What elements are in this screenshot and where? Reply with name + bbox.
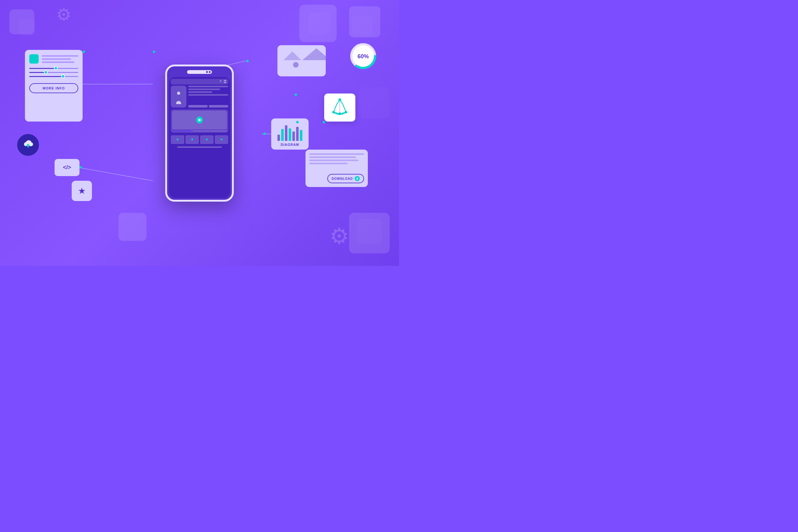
download-label: DOWNLOAD <box>332 177 353 180</box>
bar-1 <box>278 135 280 141</box>
slider-thumb-1 <box>54 66 58 70</box>
mountain-icon <box>299 58 304 63</box>
avatar-body <box>176 101 181 104</box>
gear-icon-bottom-right: ⚙ <box>329 225 349 247</box>
progress-circle-svg: 60% <box>349 42 377 70</box>
gear-icon-top-left: ⚙ <box>56 6 71 23</box>
bar-4 <box>289 128 291 141</box>
phone-progress-bar <box>172 131 227 132</box>
connection-dot-8 <box>294 94 297 96</box>
more-info-button[interactable]: MORE INFO <box>29 83 78 93</box>
diagram-label: DIAGRAM <box>281 143 299 147</box>
bar-5 <box>292 132 295 141</box>
phone-avatar <box>171 86 186 108</box>
phone-thumb-4 <box>215 135 228 144</box>
slider-thumb-2 <box>44 71 48 74</box>
svg-line-1 <box>79 168 153 181</box>
connection-dot-6 <box>296 121 299 124</box>
bg-square-6 <box>352 16 373 36</box>
slider-row-2 <box>29 72 78 73</box>
doc-header-lines <box>42 54 78 63</box>
mountain-left <box>302 48 326 60</box>
phone-profile-section <box>171 86 228 108</box>
avatar-head <box>177 92 180 95</box>
bar-6 <box>296 127 299 141</box>
phone-search-bar: 🔍 <box>171 79 228 84</box>
doc-line-2 <box>42 58 71 60</box>
phone-profile-text <box>188 86 228 108</box>
phone-text-3 <box>188 91 212 93</box>
sun-icon <box>293 62 299 68</box>
bar-3 <box>285 125 287 141</box>
phone-progress-fill <box>172 131 191 132</box>
phone-mini-btn-1 <box>188 105 208 108</box>
progress-circle-container: 60% <box>349 42 377 70</box>
bg-square-10 <box>359 87 390 118</box>
phone-button-row <box>188 105 228 108</box>
slider-fill-1 <box>29 68 56 69</box>
download-icon-circle <box>355 176 360 181</box>
download-button[interactable]: DOWNLOAD <box>327 174 364 183</box>
download-button-row: DOWNLOAD <box>309 174 364 183</box>
design-tool-card <box>324 94 355 121</box>
bar-7 <box>300 130 302 141</box>
cloud-upload-icon <box>22 140 34 150</box>
connection-dot-4 <box>246 60 249 62</box>
camera-dot-2 <box>209 71 211 73</box>
main-container: ⚙ ⚙ <box>0 0 399 266</box>
slider-row-1 <box>29 68 78 69</box>
download-card: DOWNLOAD <box>305 150 368 187</box>
phone-notch <box>187 70 212 74</box>
slider-track-3 <box>29 76 78 77</box>
svg-rect-13 <box>339 98 341 101</box>
bg-square-2 <box>19 19 36 36</box>
phone-video-card <box>171 109 228 133</box>
doc-teal-accent <box>29 54 39 63</box>
slider-fill-3 <box>29 76 63 77</box>
dl-line-2 <box>309 156 356 158</box>
dl-line-4 <box>309 163 347 164</box>
slider-track-1 <box>29 68 78 69</box>
phone-search-icon: 🔍 <box>220 80 223 83</box>
phone-text-1 <box>188 86 228 87</box>
cloud-upload-circle <box>17 134 39 156</box>
phone-thumb-1 <box>171 135 184 144</box>
dl-line-3 <box>309 159 359 161</box>
phone-progress-dot <box>190 130 193 132</box>
bar-2 <box>281 129 284 141</box>
play-button <box>196 117 203 124</box>
slider-track-2 <box>29 72 78 73</box>
menu-line-3 <box>224 82 226 83</box>
phone-text-2 <box>188 89 220 90</box>
phone-video-inner <box>172 111 227 129</box>
diagram-card: DIAGRAM <box>271 118 309 150</box>
phone-bottom-bar <box>177 147 222 148</box>
phone-text-4 <box>188 94 228 96</box>
menu-line-2 <box>224 81 226 82</box>
slider-row-3 <box>29 76 78 77</box>
dl-line-1 <box>309 153 364 155</box>
mountain-right <box>284 52 301 60</box>
phone-mockup: 🔍 <box>165 64 234 202</box>
phone-menu-icon <box>224 80 226 83</box>
phone-thumb-grid <box>171 135 228 144</box>
connection-dot-3 <box>79 166 82 169</box>
download-arrow-icon <box>356 177 359 180</box>
star-icon: ★ <box>78 186 86 196</box>
image-card <box>278 45 326 76</box>
doc-line-3 <box>42 61 75 63</box>
connection-dot-1 <box>82 51 85 53</box>
phone-mini-btn-2 <box>209 105 228 108</box>
phone-screen: 🔍 <box>169 77 230 198</box>
phone-thumb-3 <box>200 135 213 144</box>
pen-tool-svg <box>329 97 351 118</box>
code-tag-bubble: </> <box>55 159 79 176</box>
connection-dot-2 <box>153 51 155 53</box>
bg-square-9 <box>357 219 382 244</box>
code-symbol: </> <box>63 164 71 171</box>
star-bubble: ★ <box>72 181 92 201</box>
connection-dot-7 <box>323 121 325 124</box>
camera-dot-1 <box>206 71 208 73</box>
bg-square-4 <box>309 13 330 34</box>
bg-square-7 <box>118 213 147 241</box>
